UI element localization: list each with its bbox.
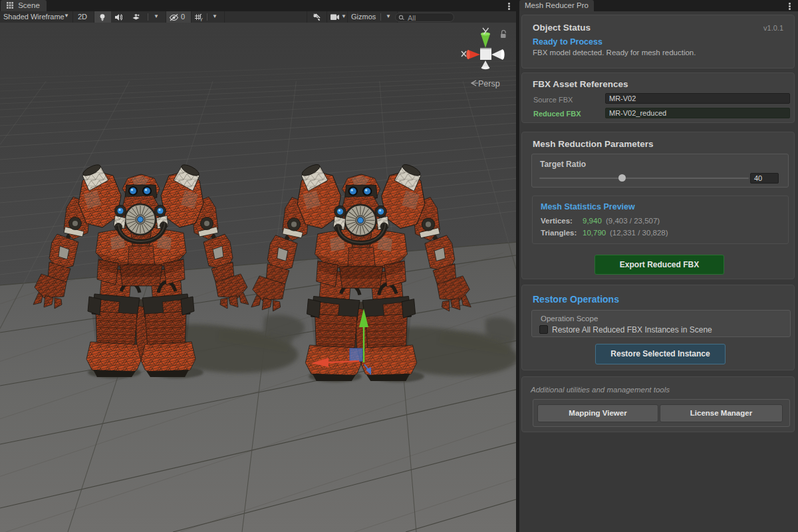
svg-text:Y: Y [200,17,203,22]
